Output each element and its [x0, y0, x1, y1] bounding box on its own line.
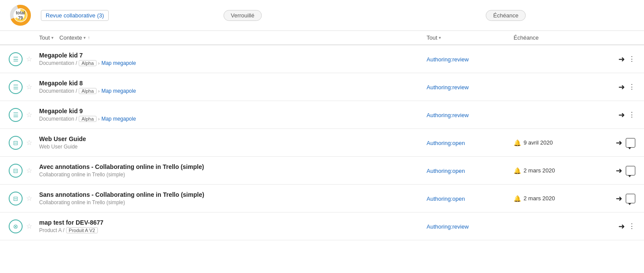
status-label: Authoring:review: [427, 112, 469, 118]
navigate-button[interactable]: ➜: [618, 110, 625, 120]
row-context-cell: Web User Guide Web User Guide: [39, 135, 427, 150]
comment-button[interactable]: [626, 166, 635, 175]
row-context-cell: Megapole kid 8 Documentation / Alpha › M…: [39, 80, 427, 94]
item-subtitle: Documentation / Alpha › Map megapole: [39, 116, 427, 122]
map-icon: ⊗: [9, 219, 23, 233]
guide-icon: ⊟: [9, 164, 23, 178]
row-echeance-cell: 🔔 9 avril 2020: [514, 139, 601, 146]
row-actions-cell: ➜: [601, 138, 635, 148]
star-icon[interactable]: ☆: [26, 138, 32, 147]
row-actions-cell: ➜ ⋮: [601, 110, 635, 120]
row-status-cell: Authoring:open: [427, 139, 514, 146]
more-options-button[interactable]: ⋮: [628, 222, 635, 230]
star-icon[interactable]: ☆: [26, 222, 32, 230]
item-subtitle: Product A / Produit A V2: [39, 227, 427, 233]
subtitle-link[interactable]: Map megapole: [101, 88, 136, 94]
doc-icon: ☰: [9, 80, 23, 94]
row-status-cell: Authoring:review: [427, 223, 514, 230]
filter-revue[interactable]: Revue collaborative (3): [41, 10, 109, 21]
row-echeance-cell: 🔔 2 mars 2020: [514, 195, 601, 202]
bell-icon: 🔔: [514, 195, 521, 202]
doc-icon: ☰: [9, 108, 23, 122]
table-row: ⊗ ☆ map test for DEV-8677 Product A / Pr…: [0, 212, 644, 240]
subtitle-path: Collaborating online in Trello (simple): [39, 199, 125, 206]
table-body: ☰ ☆ Megapole kid 7 Documentation / Alpha…: [0, 45, 644, 240]
subtitle-link[interactable]: Map megapole: [101, 60, 136, 66]
col-echeance-label: Échéance: [514, 34, 601, 41]
row-star-cell[interactable]: ☆: [26, 222, 39, 230]
comment-button[interactable]: [626, 138, 635, 148]
top-filters: Revue collaborative (3) Verrouillé Échéa…: [41, 10, 635, 21]
bell-icon: 🔔: [514, 139, 521, 146]
navigate-button[interactable]: ➜: [618, 82, 625, 92]
bell-icon: 🔔: [514, 167, 521, 174]
star-icon[interactable]: ☆: [26, 55, 32, 63]
navigate-button[interactable]: ➜: [618, 222, 625, 231]
navigate-button[interactable]: ➜: [618, 54, 625, 64]
more-options-button[interactable]: ⋮: [628, 111, 635, 119]
row-star-cell[interactable]: ☆: [26, 194, 39, 202]
guide-icon: ⊟: [9, 136, 23, 150]
table-row: ☰ ☆ Megapole kid 7 Documentation / Alpha…: [0, 45, 644, 73]
row-star-cell[interactable]: ☆: [26, 138, 39, 147]
row-icon-cell: ⊟: [9, 164, 26, 178]
row-context-cell: Megapole kid 9 Documentation / Alpha › M…: [39, 108, 427, 122]
col-tout2-label[interactable]: Tout ▾: [427, 34, 514, 41]
row-star-cell[interactable]: ☆: [26, 55, 39, 63]
star-icon[interactable]: ☆: [26, 111, 32, 119]
comment-button[interactable]: [626, 194, 635, 203]
doc-icon: ☰: [9, 52, 23, 66]
header-context[interactable]: Tout ▾ Contexte ▾ ↑: [39, 34, 427, 41]
date-label: 2 mars 2020: [524, 167, 555, 174]
filter-echeance[interactable]: Échéance: [486, 10, 526, 21]
contexte-dropdown-icon: ▾: [83, 35, 86, 40]
navigate-button[interactable]: ➜: [616, 166, 622, 175]
navigate-button[interactable]: ➜: [616, 194, 622, 203]
row-star-cell[interactable]: ☆: [26, 166, 39, 175]
row-actions-cell: ➜ ⋮: [601, 222, 635, 231]
status-label: Authoring:open: [427, 168, 465, 174]
tout-dropdown-icon: ▾: [51, 35, 53, 40]
more-options-button[interactable]: ⋮: [628, 55, 635, 63]
subtitle-link[interactable]: Map megapole: [101, 116, 136, 122]
item-subtitle: Collaborating online in Trello (simple): [39, 172, 427, 178]
star-icon[interactable]: ☆: [26, 194, 32, 202]
row-icon-cell: ☰: [9, 108, 26, 122]
donut-label: total 79: [15, 10, 27, 20]
date-label: 9 avril 2020: [524, 139, 553, 146]
filter-verrouille[interactable]: Verrouillé: [224, 10, 262, 21]
item-subtitle: Web User Guide: [39, 144, 427, 150]
guide-icon: ⊟: [9, 192, 23, 206]
donut-chart: total 79: [9, 3, 32, 27]
row-star-cell[interactable]: ☆: [26, 111, 39, 119]
row-context-cell: Avec annotations - Collaborating online …: [39, 163, 427, 178]
row-status-cell: Authoring:review: [427, 111, 514, 118]
chevron-right-icon: ›: [98, 116, 100, 121]
col-contexte-label[interactable]: Contexte ▾ ↑: [60, 34, 90, 41]
tout2-dropdown-icon: ▾: [439, 35, 441, 40]
row-star-cell[interactable]: ☆: [26, 83, 39, 91]
item-title: map test for DEV-8677: [39, 219, 427, 226]
header-echeance: Échéance: [514, 34, 601, 41]
row-status-cell: Authoring:review: [427, 84, 514, 91]
date-label: 2 mars 2020: [524, 195, 555, 202]
row-icon-cell: ⊟: [9, 136, 26, 150]
item-title: Avec annotations - Collaborating online …: [39, 163, 427, 170]
more-options-button[interactable]: ⋮: [628, 83, 635, 91]
table-row: ☰ ☆ Megapole kid 8 Documentation / Alpha…: [0, 73, 644, 101]
header-status[interactable]: Tout ▾: [427, 34, 514, 41]
row-actions-cell: ➜: [601, 194, 635, 203]
badge-alpha: Alpha: [79, 116, 96, 122]
star-icon[interactable]: ☆: [26, 166, 32, 175]
chevron-right-icon: ›: [98, 61, 100, 66]
navigate-button[interactable]: ➜: [616, 138, 622, 148]
star-icon[interactable]: ☆: [26, 83, 32, 91]
top-bar: total 79 Revue collaborative (3) Verroui…: [0, 0, 644, 31]
col-tout-label[interactable]: Tout ▾: [39, 34, 53, 41]
row-echeance-cell: 🔔 2 mars 2020: [514, 167, 601, 174]
row-context-cell: Sans annotations - Collaborating online …: [39, 191, 427, 206]
status-label: Authoring:review: [427, 84, 469, 91]
row-status-cell: Authoring:open: [427, 195, 514, 202]
subtitle-path: Documentation /: [39, 116, 77, 122]
row-actions-cell: ➜: [601, 166, 635, 175]
